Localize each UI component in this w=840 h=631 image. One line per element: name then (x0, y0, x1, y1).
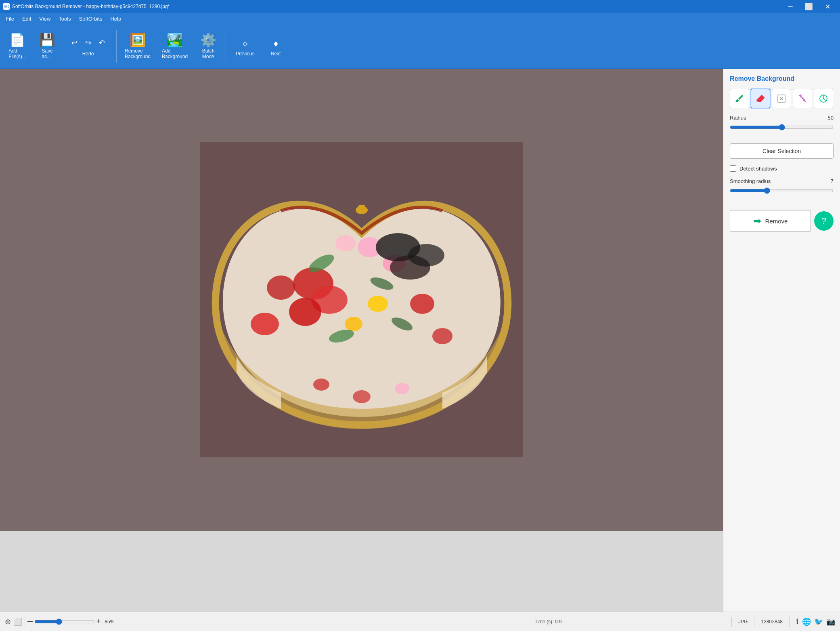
smoothing-slider-container[interactable] (730, 187, 834, 200)
title-bar: SO SoftOrbits Background Remover - happy… (0, 0, 840, 13)
social-icon[interactable]: 📷 (826, 617, 835, 626)
menu-view[interactable]: View (35, 14, 54, 23)
svg-point-11 (368, 296, 388, 312)
detect-shadows-checkbox[interactable] (730, 165, 736, 172)
remove-background-button[interactable]: 🖼️ RemoveBackground (120, 27, 155, 65)
remove-arrow-icon: ➡ (753, 215, 761, 227)
redo-label: Redo (82, 51, 94, 57)
status-left: ⊕ ⬜ ─ + 85% (5, 617, 365, 627)
svg-rect-24 (358, 205, 365, 213)
maximize-button[interactable]: ⬜ (800, 0, 818, 13)
nav-group: ⬦ Previous ⬧ Next (229, 34, 287, 59)
previous-icon: ⬦ (242, 36, 249, 49)
radius-label: Radius (730, 115, 746, 121)
add-background-button[interactable]: 🏞️ AddBackground (157, 27, 193, 65)
svg-point-28 (823, 98, 824, 99)
view-icon-2: ⬜ (13, 617, 22, 626)
main-content: Remove Background Radius 50 (0, 69, 840, 612)
smoothing-value: 7 (817, 178, 834, 184)
previous-label: Previous (236, 51, 255, 57)
web-icon[interactable]: 🌐 (802, 617, 811, 626)
radius-row: Radius 50 (730, 115, 834, 121)
app-icon: SO (3, 3, 10, 10)
next-button[interactable]: ⬧ Next (264, 34, 287, 59)
zoom-slider[interactable] (34, 618, 95, 625)
magic-wand-tool[interactable] (793, 89, 812, 108)
batch-label: BatchMode (202, 48, 215, 59)
eraser-tool[interactable] (751, 89, 770, 108)
paint-brush-tool[interactable] (730, 89, 749, 108)
batch-mode-button[interactable]: ⚙️ BatchMode (194, 27, 222, 65)
time-label: Time (s): 0.9 (535, 619, 562, 625)
save-as-label: Saveas... (42, 48, 52, 59)
separator-1 (116, 30, 117, 63)
redo-button[interactable]: ↪ (82, 36, 94, 49)
zoom-level: 85% (105, 619, 114, 625)
erase-rect-tool[interactable] (772, 89, 791, 108)
status-sep-4 (789, 617, 790, 627)
canvas-area[interactable] (0, 69, 723, 612)
status-sep-2 (731, 617, 732, 627)
add-files-label: AddFile(s)... (8, 48, 26, 59)
svg-point-17 (410, 294, 434, 314)
panel-title: Remove Background (730, 75, 834, 82)
window-controls: ─ ⬜ ✕ (781, 0, 837, 13)
batch-icon: ⚙️ (200, 34, 216, 46)
help-button[interactable]: ? (814, 211, 834, 231)
menu-tools[interactable]: Tools (54, 14, 75, 23)
undo-extra-button[interactable]: ↶ (95, 36, 108, 49)
previous-button[interactable]: ⬦ Previous (229, 34, 261, 59)
info-icon[interactable]: ℹ (796, 617, 799, 626)
radius-slider[interactable] (730, 124, 834, 130)
remove-button[interactable]: ➡ Remove (730, 210, 811, 232)
radius-slider-container[interactable] (730, 124, 834, 137)
svg-point-20 (313, 379, 329, 391)
canvas-viewport[interactable] (0, 69, 723, 531)
zoom-controls: ─ + 85% (27, 617, 114, 626)
svg-point-12 (345, 317, 362, 331)
close-button[interactable]: ✕ (818, 0, 837, 13)
status-center: Time (s): 0.9 (368, 619, 728, 625)
svg-point-3 (289, 298, 321, 326)
svg-point-19 (432, 328, 452, 344)
add-files-button[interactable]: 📄 AddFile(s)... (3, 27, 31, 65)
canvas-bottom-area (0, 531, 723, 612)
right-panel: Remove Background Radius 50 (723, 69, 840, 612)
toolbar: 📄 AddFile(s)... 💾 Saveas... ↩ ↪ ↶ Redo 🖼… (0, 24, 840, 69)
separator-2 (226, 30, 226, 63)
twitter-icon[interactable]: 🐦 (814, 617, 823, 626)
remove-bg-label: RemoveBackground (125, 48, 151, 59)
smoothing-label: Smoothing radius (730, 178, 771, 184)
svg-point-6 (335, 235, 356, 251)
clear-selection-button[interactable]: Clear Selection (730, 143, 834, 159)
window-title: SoftOrbits Background Remover - happy-bi… (12, 4, 170, 9)
svg-point-26 (802, 97, 804, 99)
menu-help[interactable]: Help (106, 14, 125, 23)
status-right: JPG 1280×848 ℹ 🌐 🐦 📷 (731, 617, 835, 627)
save-as-icon: 💾 (39, 34, 55, 46)
menu-file[interactable]: File (2, 14, 18, 23)
tool-icons-row (730, 89, 834, 108)
menu-softorbits[interactable]: SoftOrbits (75, 14, 107, 23)
detect-shadows-row: Detect shadows (730, 165, 834, 172)
resolution-label: 1280×848 (761, 619, 783, 625)
zoom-out-button[interactable]: ─ (27, 617, 33, 626)
next-label: Next (271, 51, 281, 57)
add-bg-label: AddBackground (162, 48, 188, 59)
save-as-button[interactable]: 💾 Saveas... (33, 27, 61, 65)
menu-edit[interactable]: Edit (18, 14, 35, 23)
svg-point-21 (395, 383, 409, 394)
undo-redo-row: ↩ ↪ ↶ (68, 36, 108, 49)
remove-bg-icon: 🖼️ (130, 34, 146, 46)
minimize-button[interactable]: ─ (781, 0, 800, 13)
undo-button[interactable]: ↩ (68, 36, 81, 49)
view-icon-1: ⊕ (5, 617, 11, 626)
svg-point-18 (251, 313, 279, 335)
menu-bar: File Edit View Tools SoftOrbits Help (0, 13, 840, 24)
zoom-in-button[interactable]: + (96, 617, 101, 626)
smoothing-slider[interactable] (730, 187, 834, 194)
svg-point-22 (353, 390, 371, 403)
detect-shadows-label[interactable]: Detect shadows (739, 166, 777, 172)
color-select-tool[interactable] (814, 89, 833, 108)
add-bg-icon: 🏞️ (167, 34, 183, 46)
